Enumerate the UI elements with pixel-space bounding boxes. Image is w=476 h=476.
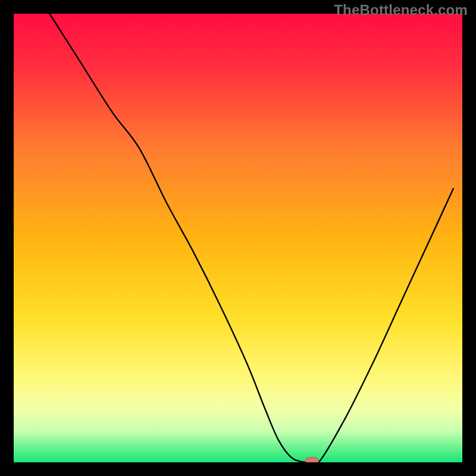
optimal-marker	[305, 458, 318, 462]
plot-area	[14, 14, 462, 462]
chart-svg	[14, 14, 462, 462]
watermark-text: TheBottleneck.com	[334, 2, 468, 18]
chart-frame: TheBottleneck.com	[0, 0, 476, 476]
gradient-background	[14, 14, 462, 462]
